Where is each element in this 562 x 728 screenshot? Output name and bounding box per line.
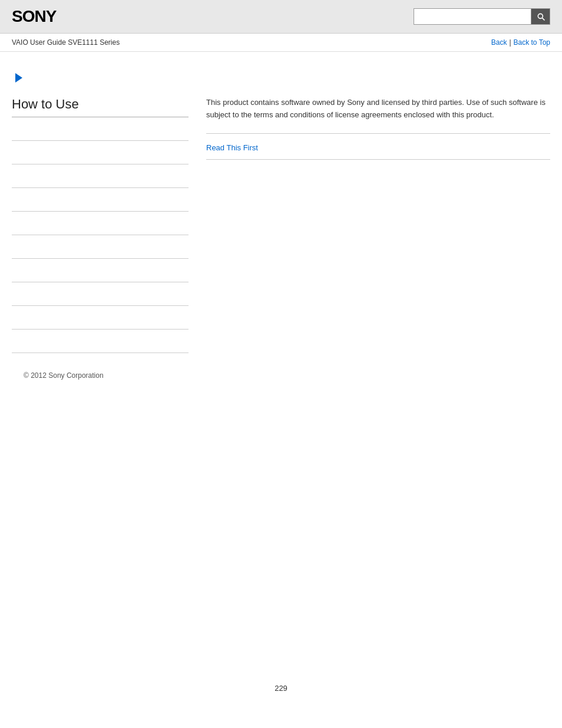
sidebar-title: How to Use [12, 97, 189, 117]
list-item [12, 235, 189, 259]
sony-logo: SONY [12, 7, 56, 26]
section-arrow [12, 70, 550, 85]
back-link[interactable]: Back [491, 38, 507, 47]
list-item [12, 306, 189, 330]
main-content: How to Use This product contains softwar… [0, 52, 562, 397]
right-column: This product contains software owned by … [206, 97, 550, 353]
search-area [414, 8, 550, 25]
list-item [12, 164, 189, 188]
back-to-top-link[interactable]: Back to Top [514, 38, 550, 47]
read-this-first-link[interactable]: Read This First [206, 143, 550, 152]
svg-marker-0 [15, 73, 22, 83]
list-item [12, 212, 189, 235]
list-item [12, 282, 189, 306]
two-column-layout: How to Use This product contains softwar… [12, 97, 550, 353]
content-divider [206, 133, 550, 134]
footer: © 2012 Sony Corporation [12, 353, 550, 386]
list-item [12, 141, 189, 164]
list-item [12, 330, 189, 353]
content-body-text: This product contains software owned by … [206, 97, 550, 121]
left-column: How to Use [12, 97, 189, 353]
header: SONY [0, 0, 562, 34]
nav-separator: | [509, 38, 511, 47]
list-item [12, 259, 189, 282]
content-link-divider [206, 159, 550, 160]
list-item [12, 188, 189, 212]
copyright-text: © 2012 Sony Corporation [24, 371, 104, 380]
list-item [12, 117, 189, 141]
page-number: 229 [275, 672, 287, 704]
nav-links: Back | Back to Top [491, 38, 550, 47]
guide-title: VAIO User Guide SVE1111 Series [12, 38, 120, 47]
nav-bar: VAIO User Guide SVE1111 Series Back | Ba… [0, 34, 562, 52]
chevron-right-icon [12, 71, 26, 85]
search-button[interactable] [531, 8, 550, 25]
search-icon [536, 12, 546, 21]
search-input[interactable] [414, 8, 531, 25]
